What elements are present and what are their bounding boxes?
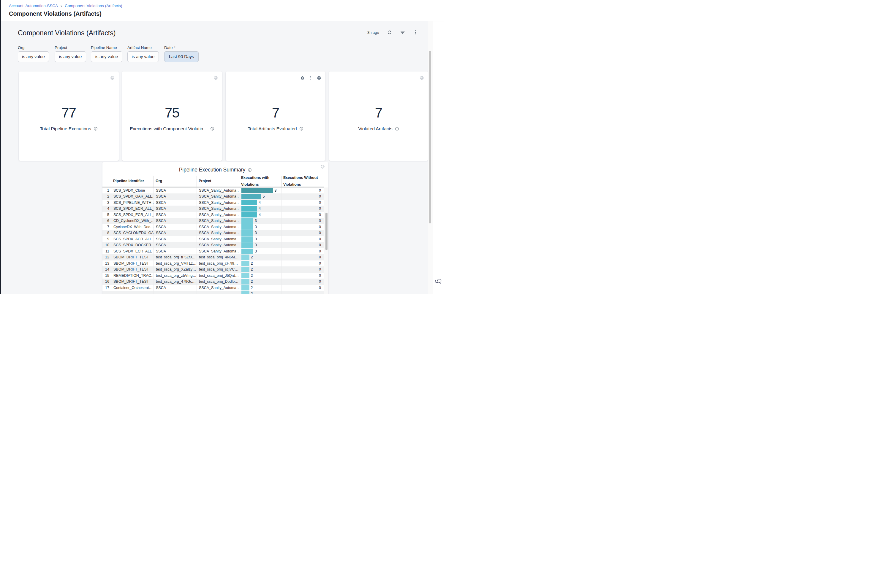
project-cell[interactable]: SSCA_Sanity_Automa… [197,218,239,224]
violations-bar[interactable] [241,255,250,260]
project-cell[interactable]: test_ssca_proj_J5Qrd… [197,273,239,279]
pipeline-identifier-cell[interactable]: SCS_SPDX_GAR_ALL… [111,194,153,200]
info-icon[interactable] [93,127,98,131]
executions-with-violations-cell[interactable]: 3 [239,236,281,242]
violations-bar[interactable] [241,212,257,218]
pipeline-identifier-cell[interactable]: SBOM_DRIFT_TEST [111,261,153,267]
pipeline-identifier-cell[interactable]: SCS_SPDX_ECR_ALL_… [111,206,153,212]
org-cell[interactable]: SSCA [153,206,197,212]
executions-without-violations-cell[interactable]: 0 [281,248,324,255]
pipeline-identifier-cell[interactable]: REMEDIATION_TRAC… [111,273,153,279]
executions-without-violations-cell[interactable]: 0 [281,194,324,200]
executions-without-violations-cell[interactable]: 0 [281,236,324,242]
info-icon[interactable] [210,127,214,131]
project-cell[interactable]: SSCA_Sanity_Automa… [197,285,239,291]
pipeline-identifier-cell[interactable]: SCS_PIPELINE_WITH… [111,200,153,206]
chat-bubbles-icon[interactable] [434,277,442,285]
executions-with-violations-cell[interactable]: 4 [239,206,281,212]
info-icon[interactable] [248,168,252,172]
pipeline-identifier-cell[interactable]: SBOM_DRIFT_TEST [111,254,153,261]
org-cell[interactable]: SSCA [153,212,197,218]
org-cell[interactable]: SSCA [153,218,197,224]
violations-bar[interactable] [241,267,250,272]
project-cell[interactable]: SSCA_Sanity_Automa… [197,200,239,206]
executions-with-violations-cell[interactable]: 3 [239,242,281,248]
kebab-menu-icon[interactable] [413,30,418,35]
globe-icon[interactable] [214,76,218,80]
org-cell[interactable]: SSCA [153,194,197,200]
executions-without-violations-cell[interactable]: 0 [281,206,324,212]
project-cell[interactable]: SSCA_Sanity_Automa… [197,188,239,194]
executions-with-violations-cell[interactable]: 3 [239,224,281,230]
info-icon[interactable] [395,127,399,131]
project-cell[interactable] [197,291,239,294]
page-scrollbar-thumb[interactable] [429,51,431,224]
executions-without-violations-cell[interactable]: 0 [281,212,324,218]
filter-chip-project[interactable]: is any value [55,51,86,62]
org-cell[interactable]: test_ssca_org_VMTLz… [153,261,197,267]
breadcrumb-account-link[interactable]: Account: Automation-SSCA [9,3,58,8]
violations-bar[interactable] [241,291,250,294]
pipeline-identifier-cell[interactable]: CD_CycloneDX_With_… [111,218,153,224]
pipeline-identifier-cell[interactable]: SCS_SPDX_ECR_ALL_… [111,212,153,218]
project-cell[interactable]: SSCA_Sanity_Automa… [197,242,239,248]
violations-bar[interactable] [241,249,253,254]
executions-with-violations-cell[interactable]: 2 [239,279,281,285]
column-header-pipeline-identifier[interactable]: Pipeline Identifier [111,176,153,187]
executions-without-violations-cell[interactable]: 0 [281,279,324,285]
org-cell[interactable]: test_ssca_org_tF5Zf0… [153,254,197,261]
column-header-executions-without-violations[interactable]: Executions Without Violations [281,176,324,187]
org-cell[interactable]: SSCA [153,224,197,230]
pipeline-identifier-cell[interactable]: SCS_CYCLONEDX_GA… [111,230,153,236]
project-cell[interactable]: SSCA_Sanity_Automa… [197,194,239,200]
pipeline-identifier-cell[interactable]: SCS_SPDX_ECR_ALL_… [111,248,153,255]
project-cell[interactable]: SSCA_Sanity_Automa… [197,206,239,212]
globe-icon[interactable] [420,76,424,80]
pipeline-identifier-cell[interactable] [111,291,153,294]
info-icon[interactable] [299,127,304,131]
executions-without-violations-cell[interactable]: 0 [281,224,324,230]
executions-without-violations-cell[interactable]: 0 [281,285,324,291]
globe-icon[interactable] [317,76,321,80]
violations-bar[interactable] [241,237,253,242]
violations-bar[interactable] [241,261,250,266]
executions-without-violations-cell[interactable]: 0 [281,273,324,279]
table-scrollbar-track[interactable] [324,188,328,294]
pipeline-identifier-cell[interactable]: CycloneDX_With_Doc… [111,224,153,230]
executions-without-violations-cell[interactable]: 0 [281,218,324,224]
executions-with-violations-cell[interactable]: 2 [239,261,281,267]
executions-with-violations-cell[interactable]: 3 [239,230,281,236]
pipeline-identifier-cell[interactable]: SCS_SPDX_Clone [111,188,153,194]
violations-bar[interactable] [241,242,253,248]
pipeline-identifier-cell[interactable]: SCS_SPDX_ACR_ALL… [111,236,153,242]
org-cell[interactable]: SSCA [153,200,197,206]
violations-bar[interactable] [241,188,273,194]
pipeline-identifier-cell[interactable]: SBOM_DRIFT_TEST [111,266,153,273]
filter-chip-pipeline-name[interactable]: is any value [91,51,122,62]
breadcrumb-current-link[interactable]: Component Violations (Artifacts) [65,3,122,8]
executions-with-violations-cell[interactable]: 4 [239,200,281,206]
executions-without-violations-cell[interactable]: 0 [281,242,324,248]
filter-chip-artifact-name[interactable]: is any value [127,51,159,62]
alert-bell-plus-icon[interactable] [300,76,305,80]
executions-with-violations-cell[interactable]: 2 [239,266,281,273]
violations-bar[interactable] [241,224,253,230]
pipeline-identifier-cell[interactable]: SBOM_DRIFT_TEST [111,279,153,285]
org-cell[interactable]: SSCA [153,236,197,242]
org-cell[interactable]: SSCA [153,285,197,291]
org-cell[interactable]: SSCA [153,188,197,194]
violations-bar[interactable] [241,218,253,224]
project-cell[interactable]: test_ssca_proj_4N6M… [197,254,239,261]
executions-without-violations-cell[interactable]: 0 [281,230,324,236]
executions-without-violations-cell[interactable]: 0 [281,266,324,273]
org-cell[interactable]: test_ssca_org_XZalzy… [153,266,197,273]
violations-bar[interactable] [241,200,257,206]
org-cell[interactable]: test_ssca_org_zbVmg… [153,273,197,279]
project-cell[interactable]: SSCA_Sanity_Automa… [197,248,239,255]
filter-chip-date[interactable]: Last 90 Days [164,51,199,62]
org-cell[interactable]: test_ssca_org_479Gc… [153,279,197,285]
pipeline-identifier-cell[interactable]: Container_Orchestrat… [111,285,153,291]
refresh-icon[interactable] [387,30,392,35]
project-cell[interactable]: SSCA_Sanity_Automa… [197,224,239,230]
project-cell[interactable]: test_ssca_proj_scjVC… [197,266,239,273]
